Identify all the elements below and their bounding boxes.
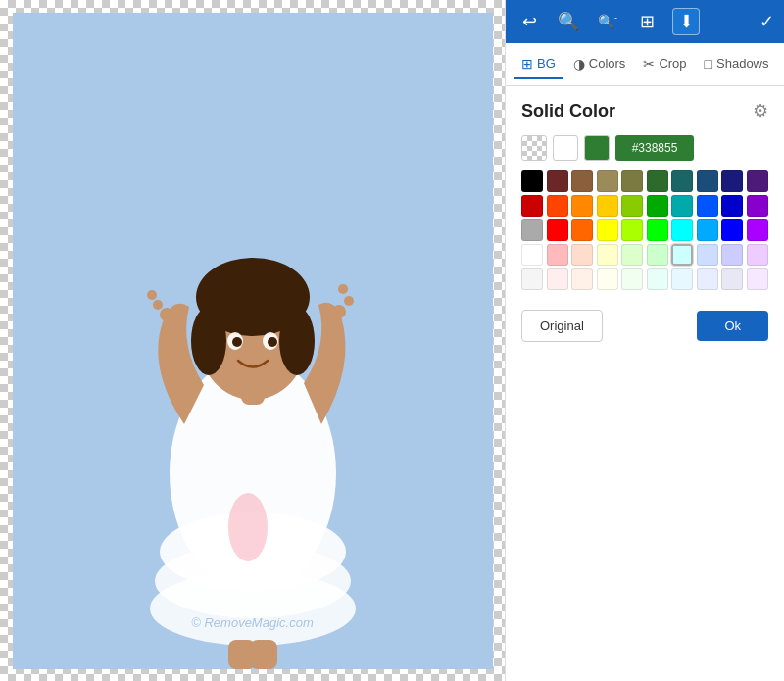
color-swatch[interactable]	[521, 268, 543, 290]
color-swatch[interactable]	[721, 268, 743, 290]
crop-tab-icon: ✂	[643, 56, 655, 72]
color-swatch[interactable]	[697, 195, 718, 217]
color-swatch[interactable]	[521, 195, 543, 217]
color-swatch[interactable]	[621, 170, 643, 192]
zoom-in-button[interactable]: 🔍	[555, 8, 582, 35]
color-swatch[interactable]	[671, 219, 693, 241]
color-swatch[interactable]	[747, 268, 768, 290]
color-swatch[interactable]	[621, 268, 643, 290]
color-swatch[interactable]	[621, 219, 643, 241]
color-swatch[interactable]	[547, 244, 568, 266]
zoom-out-button[interactable]: 🔍-	[594, 8, 621, 35]
tab-bg-label: BG	[537, 56, 556, 71]
buttons-row: Original Ok	[521, 310, 768, 342]
color-swatch[interactable]	[671, 244, 693, 266]
panel-header: Solid Color ⚙	[521, 100, 768, 122]
svg-point-17	[332, 305, 346, 318]
color-swatch[interactable]	[547, 268, 568, 290]
color-swatch[interactable]	[697, 244, 718, 266]
child-figure	[86, 81, 419, 669]
color-grid	[521, 170, 768, 290]
color-swatch[interactable]	[521, 170, 543, 192]
svg-point-16	[147, 290, 157, 300]
tab-crop-label: Crop	[659, 56, 686, 71]
toolbar: ↩ 🔍 🔍- ⊞ ⬇ ✓	[506, 0, 784, 43]
color-swatch[interactable]	[621, 195, 643, 217]
color-swatch[interactable]	[597, 170, 618, 192]
color-swatch[interactable]	[647, 244, 668, 266]
color-swatch[interactable]	[697, 268, 718, 290]
color-swatch[interactable]	[671, 195, 693, 217]
panel-title: Solid Color	[521, 101, 615, 122]
color-swatch[interactable]	[721, 195, 743, 217]
color-swatch[interactable]	[597, 219, 618, 241]
color-swatch[interactable]	[597, 244, 618, 266]
download-button[interactable]: ⬇	[672, 8, 700, 35]
color-swatch[interactable]	[571, 244, 593, 266]
undo-button[interactable]: ↩	[515, 8, 543, 35]
color-swatch[interactable]	[547, 219, 568, 241]
color-swatch[interactable]	[721, 170, 743, 192]
color-swatch[interactable]	[521, 219, 543, 241]
color-swatch[interactable]	[671, 268, 693, 290]
color-swatch[interactable]	[747, 170, 768, 192]
color-swatch[interactable]	[647, 219, 668, 241]
color-swatch[interactable]	[571, 195, 593, 217]
svg-point-4	[228, 493, 268, 561]
tab-bg[interactable]: ⊞ BG	[514, 50, 564, 79]
color-swatch[interactable]	[721, 219, 743, 241]
svg-point-18	[344, 296, 354, 306]
tab-shadows-label: Shadows	[716, 56, 768, 71]
svg-point-14	[160, 308, 173, 321]
image-container: © RemoveMagic.com	[13, 13, 493, 669]
svg-point-9	[279, 307, 315, 375]
color-swatch[interactable]	[747, 219, 768, 241]
color-swatch[interactable]	[597, 195, 618, 217]
tab-colors-label: Colors	[589, 56, 626, 71]
canvas-area: © RemoveMagic.com	[0, 0, 505, 681]
tab-bar: ⊞ BG ◑ Colors ✂ Crop □ Shadows	[506, 43, 784, 86]
svg-point-8	[191, 307, 226, 375]
svg-point-3	[150, 571, 356, 646]
transparent-swatch[interactable]	[521, 135, 547, 161]
color-swatch[interactable]	[721, 244, 743, 266]
svg-point-13	[268, 337, 277, 347]
svg-point-19	[338, 284, 348, 294]
color-swatch[interactable]	[597, 268, 618, 290]
svg-point-12	[232, 337, 242, 347]
color-row-top	[521, 135, 768, 161]
color-swatch[interactable]	[747, 244, 768, 266]
confirm-button[interactable]: ✓	[760, 11, 774, 32]
color-swatch[interactable]	[647, 170, 668, 192]
panel-content: Solid Color ⚙ Original Ok	[506, 86, 784, 681]
color-swatch[interactable]	[547, 195, 568, 217]
right-panel: ↩ 🔍 🔍- ⊞ ⬇ ✓ ⊞ BG ◑ Colors ✂ Crop □ Shad…	[505, 0, 784, 681]
color-swatch[interactable]	[571, 268, 593, 290]
hex-input[interactable]	[615, 135, 694, 161]
color-swatch[interactable]	[671, 170, 693, 192]
ok-button[interactable]: Ok	[697, 311, 768, 341]
color-swatch[interactable]	[647, 195, 668, 217]
original-button[interactable]: Original	[521, 310, 603, 342]
color-swatch[interactable]	[747, 195, 768, 217]
color-swatch[interactable]	[697, 219, 718, 241]
shadows-tab-icon: □	[705, 56, 712, 72]
tab-colors[interactable]: ◑ Colors	[565, 50, 634, 79]
color-swatch[interactable]	[647, 268, 668, 290]
tab-crop[interactable]: ✂ Crop	[635, 50, 694, 79]
color-swatch[interactable]	[521, 244, 543, 266]
color-swatch[interactable]	[571, 170, 593, 192]
fit-button[interactable]: ⊞	[633, 8, 661, 35]
color-swatch[interactable]	[547, 170, 568, 192]
tab-shadows[interactable]: □ Shadows	[697, 50, 777, 79]
white-swatch[interactable]	[553, 135, 578, 161]
bg-tab-icon: ⊞	[521, 56, 533, 72]
colors-tab-icon: ◑	[573, 56, 585, 72]
color-swatch[interactable]	[571, 219, 593, 241]
color-swatch[interactable]	[697, 170, 718, 192]
color-swatch[interactable]	[621, 244, 643, 266]
svg-rect-21	[250, 640, 277, 669]
settings-icon[interactable]: ⚙	[753, 100, 768, 122]
green-swatch[interactable]	[584, 135, 610, 161]
svg-point-15	[153, 300, 163, 310]
